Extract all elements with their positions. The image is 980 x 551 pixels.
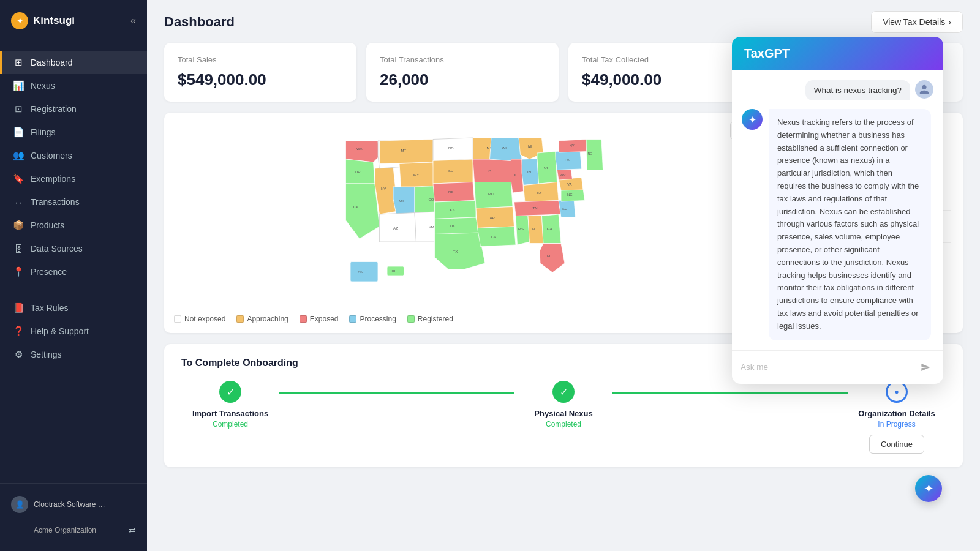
svg-text:AZ: AZ — [393, 227, 398, 230]
sidebar-item-exemptions[interactable]: 🔖Exemptions — [0, 167, 147, 190]
taxgpt-input-row — [732, 350, 943, 384]
step-status: Completed — [213, 420, 248, 429]
svg-text:KS: KS — [450, 208, 455, 212]
svg-marker-40 — [476, 207, 514, 228]
exemptions-icon: 🔖 — [13, 173, 24, 184]
svg-text:VA: VA — [567, 182, 572, 186]
svg-marker-42 — [478, 227, 516, 247]
customers-icon: 👥 — [13, 150, 24, 161]
svg-rect-82 — [387, 266, 404, 276]
svg-marker-4 — [346, 184, 380, 239]
svg-text:OK: OK — [450, 224, 456, 228]
stat-value: 26,000 — [380, 70, 545, 89]
map-legend: Not exposedApproachingExposedProcessingR… — [174, 315, 747, 323]
svg-marker-30 — [435, 217, 480, 234]
step-label: Organization Details — [858, 409, 935, 418]
stat-card-0: Total Sales$549,000.00 — [164, 43, 356, 102]
step-circle: ● — [886, 381, 908, 403]
products-icon: 📦 — [13, 220, 24, 231]
sidebar-item-label: Settings — [31, 350, 62, 359]
taxgpt-input[interactable] — [741, 362, 911, 372]
view-tax-details-button[interactable]: View Tax Details › — [871, 11, 963, 33]
page-title: Dashboard — [164, 14, 235, 30]
sidebar-item-label: Filings — [31, 127, 55, 137]
sidebar-item-nexus[interactable]: 📊Nexus — [0, 74, 147, 97]
svg-text:MS: MS — [518, 227, 524, 231]
legend-color — [300, 315, 307, 323]
svg-text:LA: LA — [491, 235, 496, 239]
continue-button[interactable]: Continue — [869, 435, 924, 454]
collapse-sidebar-button[interactable]: « — [130, 15, 136, 26]
legend-item: Processing — [349, 315, 396, 323]
chevron-right-icon: › — [948, 17, 951, 27]
sidebar-item-dashboard[interactable]: ⊞Dashboard — [0, 51, 147, 74]
svg-marker-26 — [433, 182, 475, 203]
sidebar-logo-text: Kintsugi — [33, 15, 75, 27]
help_support-icon: ❓ — [13, 326, 24, 337]
stat-value: $549,000.00 — [178, 70, 343, 89]
svg-text:WI: WI — [502, 146, 507, 150]
svg-text:AL: AL — [532, 227, 537, 231]
svg-text:FL: FL — [547, 254, 552, 258]
sidebar-item-presence[interactable]: 📍Presence — [0, 260, 147, 283]
step-status: Completed — [546, 420, 581, 429]
sidebar-item-settings[interactable]: ⚙Settings — [0, 343, 147, 366]
sidebar-item-transactions[interactable]: ↔Transactions — [0, 190, 147, 214]
sidebar-item-label: Exemptions — [31, 174, 75, 184]
us-map: WA OR CA NV ID MT — [174, 122, 747, 306]
svg-text:IA: IA — [488, 169, 491, 173]
step-circle: ✓ — [552, 381, 575, 403]
user-info[interactable]: 👤 Clootrack Software L... — [0, 490, 147, 519]
sidebar-item-filings[interactable]: 📄Filings — [0, 121, 147, 144]
sidebar: ✦ Kintsugi « ⊞Dashboard📊Nexus⊡Registrati… — [0, 0, 147, 551]
sidebar-item-data_sources[interactable]: 🗄Data Sources — [0, 237, 147, 260]
taxgpt-send-button[interactable] — [916, 358, 935, 377]
sidebar-item-label: Transactions — [31, 197, 80, 207]
svg-text:TX: TX — [453, 250, 458, 253]
svg-text:WY: WY — [413, 173, 420, 177]
svg-text:IL: IL — [514, 173, 518, 177]
svg-text:IN: IN — [527, 170, 531, 174]
switch-icon: ⇄ — [129, 525, 136, 535]
sidebar-item-label: Presence — [31, 267, 67, 277]
stat-value: $49,000.00 — [582, 70, 747, 89]
taxgpt-panel: TaxGPT What is nexus tracking? ✦ Nexus t… — [732, 37, 943, 384]
svg-text:ND: ND — [448, 146, 454, 150]
onboarding-step-0: ✓Import TransactionsCompleted — [181, 381, 279, 429]
svg-marker-32 — [435, 233, 486, 269]
svg-text:OR: OR — [355, 170, 361, 174]
sidebar-header: ✦ Kintsugi « — [0, 0, 147, 42]
svg-text:SC: SC — [562, 207, 568, 211]
user-bubble: What is nexus tracking? — [805, 80, 910, 100]
step-status: In Progress — [878, 420, 915, 429]
presence-icon: 📍 — [13, 266, 24, 277]
svg-text:AR: AR — [490, 216, 496, 220]
nexus-icon: 📊 — [13, 80, 24, 91]
sidebar-item-label: Tax Rules — [31, 303, 68, 313]
dashboard-icon: ⊞ — [13, 57, 24, 68]
sidebar-item-tax_rules[interactable]: 📕Tax Rules — [0, 296, 147, 320]
svg-text:CA: CA — [353, 205, 358, 209]
sidebar-item-customers[interactable]: 👥Customers — [0, 144, 147, 167]
onboarding-steps: ✓Import TransactionsCompleted✓Physical N… — [181, 381, 946, 454]
sidebar-item-products[interactable]: 📦Products — [0, 214, 147, 237]
legend-color — [174, 315, 181, 323]
sidebar-item-label: Help & Support — [31, 326, 89, 336]
sidebar-item-registration[interactable]: ⊡Registration — [0, 97, 147, 121]
stat-card-1: Total Transactions26,000 — [366, 43, 559, 102]
legend-color — [236, 315, 244, 323]
svg-text:MO: MO — [488, 192, 494, 196]
svg-text:NV: NV — [381, 187, 386, 190]
svg-text:TN: TN — [533, 206, 538, 210]
transactions-icon: ↔ — [13, 197, 24, 208]
org-info[interactable]: Acme Organization ⇄ — [0, 519, 147, 541]
legend-label: Approaching — [247, 315, 288, 323]
sidebar-item-help_support[interactable]: ❓Help & Support — [0, 320, 147, 343]
taxgpt-floating-button[interactable]: ✦ — [915, 475, 942, 502]
stat-label: Total Sales — [178, 55, 343, 64]
bot-message: ✦ Nexus tracking refers to the process o… — [742, 109, 933, 340]
sidebar-bottom: 👤 Clootrack Software L... Acme Organizat… — [0, 471, 147, 551]
bot-avatar: ✦ — [742, 109, 763, 130]
legend-label: Not exposed — [184, 315, 225, 323]
taxgpt-title: TaxGPT — [744, 47, 790, 60]
